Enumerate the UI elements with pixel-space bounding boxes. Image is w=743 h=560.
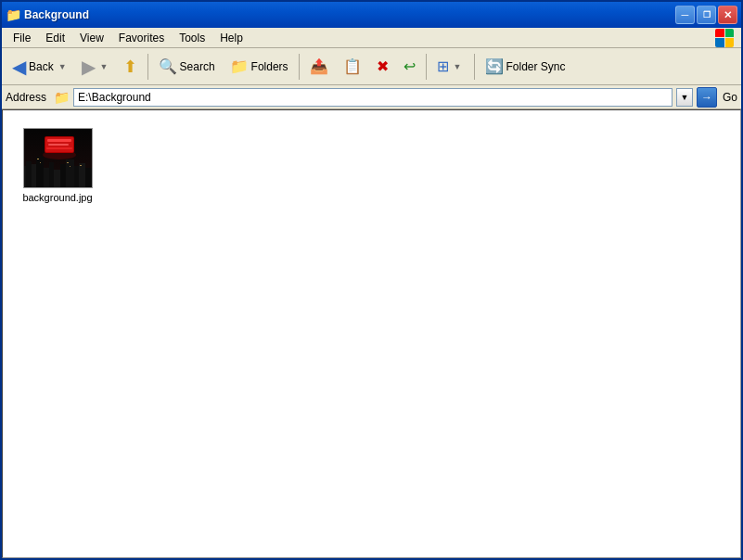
svg-rect-17 bbox=[80, 165, 82, 166]
forward-button[interactable]: ▶ ▼ bbox=[77, 51, 115, 83]
toolbar-separator-2 bbox=[299, 54, 300, 80]
svg-rect-14 bbox=[40, 162, 41, 163]
up-button[interactable]: ⬆ bbox=[117, 51, 144, 83]
forward-dropdown-arrow[interactable]: ▼ bbox=[98, 62, 110, 71]
window: 📁 Background ─ ❐ ✕ File Edit View Favori… bbox=[0, 0, 743, 560]
search-label: Search bbox=[180, 60, 215, 73]
toolbar-separator-1 bbox=[147, 54, 148, 80]
address-dropdown[interactable]: ▼ bbox=[676, 88, 693, 107]
delete-icon: ✖ bbox=[377, 57, 389, 75]
title-bar: 📁 Background ─ ❐ ✕ bbox=[2, 2, 741, 28]
copy-icon: 📋 bbox=[343, 57, 362, 75]
folder-sync-icon: 🔄 bbox=[485, 57, 504, 75]
undo-button[interactable]: ↩ bbox=[397, 51, 422, 83]
address-label: Address bbox=[6, 91, 46, 104]
svg-rect-4 bbox=[36, 157, 44, 188]
move-button[interactable]: 📤 bbox=[303, 51, 335, 83]
svg-rect-3 bbox=[32, 164, 36, 188]
svg-rect-21 bbox=[48, 144, 69, 146]
close-button[interactable]: ✕ bbox=[718, 6, 737, 24]
svg-rect-2 bbox=[26, 161, 32, 188]
windows-flag-logo bbox=[715, 29, 734, 47]
svg-rect-5 bbox=[44, 168, 49, 188]
svg-rect-7 bbox=[54, 170, 60, 188]
copy-button[interactable]: 📋 bbox=[337, 51, 368, 83]
menu-file[interactable]: File bbox=[6, 30, 38, 46]
file-grid: background.jpg bbox=[12, 120, 731, 211]
menu-help[interactable]: Help bbox=[212, 30, 250, 46]
folders-button[interactable]: 📁 Folders bbox=[224, 51, 295, 83]
views-dropdown-arrow[interactable]: ▼ bbox=[452, 62, 464, 71]
views-icon: ⊞ bbox=[437, 57, 449, 75]
menu-tools[interactable]: Tools bbox=[172, 30, 212, 46]
search-icon: 🔍 bbox=[159, 57, 177, 75]
menu-view[interactable]: View bbox=[72, 30, 111, 46]
views-button[interactable]: ⊞ ▼ bbox=[430, 51, 470, 83]
file-name: background.jpg bbox=[22, 192, 92, 203]
address-go-button[interactable]: → bbox=[697, 87, 717, 108]
svg-rect-15 bbox=[67, 162, 69, 163]
folders-icon: 📁 bbox=[230, 57, 249, 75]
svg-rect-9 bbox=[66, 159, 74, 188]
svg-point-23 bbox=[43, 150, 76, 159]
back-icon: ◀ bbox=[12, 56, 26, 78]
back-dropdown-arrow[interactable]: ▼ bbox=[57, 62, 69, 71]
toolbar-separator-4 bbox=[474, 54, 475, 80]
list-item[interactable]: background.jpg bbox=[16, 123, 99, 208]
menu-bar: File Edit View Favorites Tools Help bbox=[2, 28, 741, 48]
minimize-button[interactable]: ─ bbox=[675, 6, 695, 24]
delete-button[interactable]: ✖ bbox=[370, 51, 395, 83]
address-folder-icon: 📁 bbox=[54, 90, 70, 105]
folders-label: Folders bbox=[251, 60, 288, 73]
menu-edit[interactable]: Edit bbox=[38, 30, 72, 46]
main-content: background.jpg bbox=[2, 109, 741, 558]
address-go-arrow-icon: → bbox=[701, 91, 712, 104]
menu-favorites[interactable]: Favorites bbox=[111, 30, 172, 46]
address-input[interactable] bbox=[73, 88, 673, 107]
toolbar: ◀ Back ▼ ▶ ▼ ⬆ 🔍 Search 📁 Folders 📤 bbox=[2, 48, 741, 85]
svg-rect-13 bbox=[37, 159, 39, 159]
svg-rect-22 bbox=[46, 147, 72, 149]
window-title: Background bbox=[24, 8, 675, 21]
svg-rect-11 bbox=[79, 163, 85, 188]
restore-button[interactable]: ❐ bbox=[697, 6, 716, 24]
svg-rect-16 bbox=[70, 166, 70, 167]
svg-rect-12 bbox=[85, 168, 93, 188]
thumbnail-svg bbox=[24, 129, 93, 188]
back-label: Back bbox=[29, 60, 54, 73]
svg-rect-8 bbox=[60, 164, 66, 188]
title-bar-buttons: ─ ❐ ✕ bbox=[675, 6, 737, 24]
move-icon: 📤 bbox=[310, 57, 328, 75]
back-button[interactable]: ◀ Back ▼ bbox=[6, 51, 75, 83]
search-button[interactable]: 🔍 Search bbox=[152, 51, 222, 83]
toolbar-separator-3 bbox=[426, 54, 427, 80]
address-go-label: Go bbox=[723, 91, 737, 104]
up-icon: ⬆ bbox=[123, 57, 137, 77]
folder-sync-button[interactable]: 🔄 Folder Sync bbox=[479, 51, 572, 83]
svg-rect-6 bbox=[49, 162, 54, 188]
folder-sync-label: Folder Sync bbox=[506, 60, 566, 73]
svg-rect-10 bbox=[74, 166, 79, 188]
window-icon: 📁 bbox=[6, 7, 20, 22]
address-bar: Address 📁 ▼ → Go bbox=[2, 85, 741, 109]
svg-rect-20 bbox=[47, 139, 71, 142]
undo-icon: ↩ bbox=[404, 57, 416, 75]
file-thumbnail bbox=[23, 128, 93, 188]
forward-icon: ▶ bbox=[82, 56, 96, 78]
